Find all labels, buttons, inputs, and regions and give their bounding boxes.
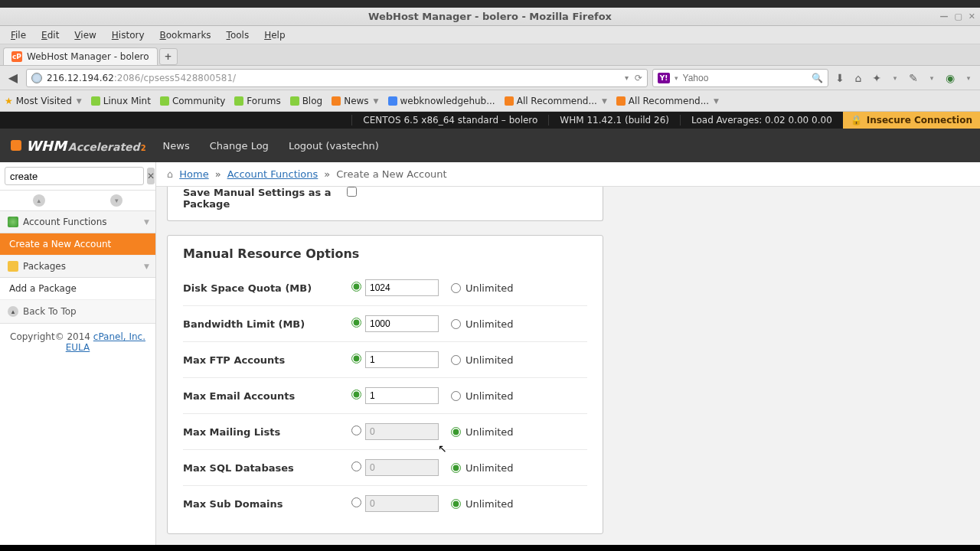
back-to-top[interactable]: ▴ Back To Top	[0, 300, 155, 324]
unlimited-radio[interactable]	[451, 319, 461, 329]
unlimited-label: Unlimited	[466, 390, 514, 402]
sidebar-group[interactable]: Account Functions▼	[0, 211, 155, 233]
resource-row: Bandwidth Limit (MB)Unlimited	[183, 306, 587, 342]
chevron-down-icon: ▼	[714, 97, 719, 105]
resource-row: Max Sub DomainsUnlimited	[183, 486, 587, 521]
unlimited-radio[interactable]	[451, 391, 461, 401]
feed-icon[interactable]: ▾	[625, 73, 629, 82]
mint-icon	[91, 96, 100, 106]
insecure-badge[interactable]: 🔒 Insecure Connection	[843, 112, 980, 129]
chevron-down-icon: ▼	[144, 218, 149, 226]
menu-help[interactable]: Help	[258, 28, 291, 42]
sidebar-group[interactable]: Packages▼	[0, 256, 155, 278]
value-input[interactable]	[365, 387, 439, 404]
menu-edit[interactable]: Edit	[35, 28, 65, 42]
status-bar: CENTOS 6.5 x86_64 standard – bolero WHM …	[0, 112, 980, 129]
menu-bookmarks[interactable]: Bookmarks	[154, 28, 217, 42]
google-icon	[388, 96, 397, 106]
sidebar-search-clear[interactable]: ✕	[147, 168, 155, 184]
search-go-icon[interactable]: 🔍	[812, 73, 823, 83]
lock-icon: 🔒	[851, 115, 862, 126]
breadcrumb: ⌂ Home » Account Functions » Create a Ne…	[156, 162, 980, 187]
search-bar[interactable]: Y! ▾ 🔍	[652, 69, 828, 87]
nav-link[interactable]: News	[163, 140, 190, 152]
minimize-icon[interactable]: —	[939, 11, 948, 21]
new-tab-button[interactable]: +	[159, 48, 178, 65]
sidebar-item[interactable]: Add a Package	[0, 278, 155, 300]
value-radio[interactable]	[351, 282, 361, 292]
home-breadcrumb-icon[interactable]: ⌂	[167, 168, 173, 180]
bookmark-item[interactable]: Blog	[290, 96, 323, 106]
unlimited-radio[interactable]	[451, 283, 461, 293]
toolbar-dd-3[interactable]: ▾	[962, 71, 975, 85]
breadcrumb-group[interactable]: Account Functions	[227, 168, 318, 180]
rss-icon	[616, 96, 626, 106]
eula-link[interactable]: EULA	[66, 342, 90, 353]
bookmark-item[interactable]: Community	[160, 96, 225, 106]
download-icon[interactable]: ⬇	[833, 71, 847, 85]
pencil-icon[interactable]: ✎	[906, 71, 920, 85]
back-button[interactable]: ◀	[5, 70, 21, 86]
bookmark-item[interactable]: All Recommend...▼	[505, 96, 607, 106]
value-radio[interactable]	[351, 390, 361, 399]
browser-tab[interactable]: cP WebHost Manager - bolero	[3, 47, 158, 65]
value-input[interactable]	[365, 351, 439, 368]
reload-icon[interactable]: ⟳	[635, 73, 642, 83]
value-radio[interactable]	[351, 354, 361, 364]
bookmark-item[interactable]: Forums	[234, 96, 280, 106]
value-input[interactable]	[365, 423, 439, 440]
collapse-all-button[interactable]: ▴	[0, 191, 78, 210]
value-input[interactable]	[365, 495, 439, 512]
bookmark-item[interactable]: All Recommend...▼	[616, 96, 719, 106]
unlimited-radio[interactable]	[451, 427, 461, 437]
resource-label: Max Sub Domains	[183, 498, 351, 510]
close-icon[interactable]: ✕	[969, 11, 975, 21]
addon-icon[interactable]: ✦	[870, 71, 884, 85]
menu-history[interactable]: History	[106, 28, 151, 42]
menu-file[interactable]: File	[5, 28, 32, 42]
nav-link[interactable]: Change Log	[210, 140, 269, 152]
unlimited-label: Unlimited	[466, 318, 514, 330]
menu-tools[interactable]: Tools	[220, 28, 256, 42]
home-icon[interactable]: ⌂	[851, 71, 865, 85]
unlimited-radio[interactable]	[451, 355, 461, 365]
unlimited-radio[interactable]	[451, 499, 461, 509]
sidebar-item[interactable]: Create a New Account	[0, 233, 155, 256]
breadcrumb-home[interactable]: Home	[179, 168, 208, 180]
value-radio[interactable]	[351, 461, 361, 471]
nav-link[interactable]: Logout (vastechn)	[289, 140, 379, 152]
resource-row: Max SQL DatabasesUnlimited	[183, 450, 587, 486]
value-radio[interactable]	[351, 425, 361, 435]
search-input[interactable]	[683, 73, 807, 83]
maximize-icon[interactable]: ▢	[954, 11, 962, 21]
value-input[interactable]	[365, 279, 439, 296]
menu-view[interactable]: View	[68, 28, 102, 42]
value-input[interactable]	[365, 459, 439, 476]
url-bar[interactable]: 216.12.194.62:2086/cpsess5428800581/ ▾ ⟳	[26, 69, 648, 87]
sidebar-search-input[interactable]	[5, 167, 144, 185]
expand-all-button[interactable]: ▾	[78, 191, 156, 210]
bookmark-item[interactable]: Linux Mint	[91, 96, 151, 106]
mint-icon	[234, 96, 243, 106]
star-icon: ★	[5, 96, 13, 106]
value-input[interactable]	[365, 315, 439, 332]
bookmark-item[interactable]: ★Most Visited▼	[5, 96, 82, 106]
cpanel-link[interactable]: cPanel, Inc.	[93, 331, 145, 342]
resource-label: Max Mailing Lists	[183, 426, 351, 438]
unlimited-radio[interactable]	[451, 463, 461, 473]
bookmark-item[interactable]: webknowledgehub...	[388, 96, 495, 106]
whm-logo[interactable]: WHM Accelerated 2	[11, 138, 146, 154]
search-engine-icon[interactable]: Y!	[658, 73, 670, 83]
toolbar-dd-1[interactable]: ▾	[888, 71, 902, 85]
unlimited-label: Unlimited	[466, 354, 514, 366]
bookmark-item[interactable]: News▼	[332, 96, 378, 106]
globe-toolbar-icon[interactable]: ◉	[943, 71, 957, 85]
up-arrow-icon: ▴	[8, 306, 18, 317]
save-settings-checkbox[interactable]	[347, 187, 357, 197]
toolbar-dd-2[interactable]: ▾	[925, 71, 939, 85]
value-radio[interactable]	[351, 318, 361, 328]
status-os: CENTOS 6.5 x86_64 standard – bolero	[351, 115, 548, 126]
resource-row: Max Email AccountsUnlimited	[183, 378, 587, 414]
value-radio[interactable]	[351, 497, 361, 507]
group-icon	[8, 261, 18, 272]
